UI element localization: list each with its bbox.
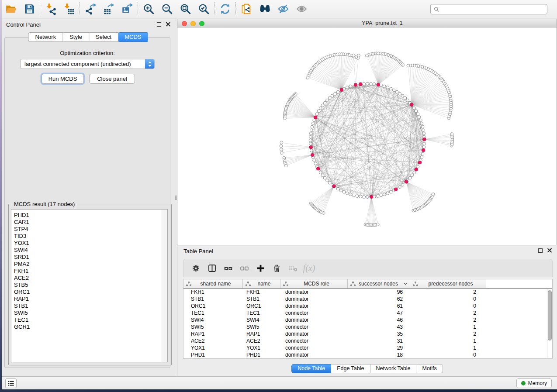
- select-all-icon[interactable]: [221, 261, 235, 275]
- tab-mcds[interactable]: MCDS: [118, 32, 148, 42]
- float-table-panel-icon[interactable]: [538, 248, 543, 253]
- cell: dominator: [280, 303, 348, 309]
- table-row[interactable]: YOX1YOX1connector291: [183, 344, 552, 351]
- delete-table-icon: [286, 261, 300, 275]
- column-header-predecessor-nodes[interactable]: predecessor nodes: [410, 279, 486, 288]
- mcds-result-node[interactable]: STB5: [11, 282, 167, 289]
- network-canvas[interactable]: [177, 28, 557, 245]
- tab-style[interactable]: Style: [63, 32, 89, 42]
- minimize-window-icon[interactable]: [190, 21, 196, 26]
- main-toolbar: [2, 0, 557, 18]
- tab-select[interactable]: Select: [89, 32, 118, 42]
- column-header-shared-name[interactable]: shared name: [183, 279, 243, 288]
- mcds-result-node[interactable]: RAP1: [11, 296, 167, 303]
- refresh-layout-icon[interactable]: [216, 0, 234, 18]
- criterion-value: largest connected component (undirected): [21, 61, 145, 67]
- network-graph: [177, 28, 557, 245]
- memory-button[interactable]: Memory: [516, 378, 552, 388]
- mcds-result-node[interactable]: YOX1: [11, 240, 167, 247]
- split-columns-icon[interactable]: [205, 261, 219, 275]
- cell: FKH1: [243, 289, 280, 295]
- criterion-dropdown[interactable]: largest connected component (undirected): [20, 59, 155, 69]
- mcds-result-node[interactable]: ACE2: [11, 275, 167, 282]
- zoom-fit-icon[interactable]: [176, 0, 194, 18]
- search-input[interactable]: [430, 4, 547, 14]
- delete-column-icon[interactable]: [270, 261, 284, 275]
- result-list-scrollbar[interactable]: [162, 210, 167, 362]
- mcds-result-node[interactable]: PHD1: [11, 212, 167, 219]
- cell: 61: [348, 303, 410, 309]
- table-panel: Table Panel f(x) shared namenameMCDS rol…: [177, 245, 557, 376]
- mcds-result-node[interactable]: SRD1: [11, 254, 167, 261]
- table-row[interactable]: PHD1PHD1dominator180: [183, 351, 552, 358]
- splitter-handle[interactable]: [175, 196, 177, 200]
- mcds-result-node[interactable]: STB1: [11, 303, 167, 309]
- cell: 0: [410, 296, 486, 302]
- tab-edge-table[interactable]: Edge Table: [331, 364, 370, 373]
- table-row[interactable]: SWI5SWI5connector431: [183, 323, 552, 330]
- import-network-icon[interactable]: [42, 0, 60, 18]
- table-row[interactable]: RAP1RAP1dominator352: [183, 330, 552, 337]
- import-table-icon[interactable]: [60, 0, 78, 18]
- memory-label: Memory: [528, 380, 547, 386]
- close-window-icon[interactable]: [182, 21, 187, 26]
- open-file-icon[interactable]: [2, 0, 20, 18]
- share-document-icon[interactable]: [237, 0, 256, 18]
- table-row[interactable]: SWI4SWI4dominator462: [183, 316, 552, 323]
- cell: 2: [410, 310, 486, 316]
- column-header-MCDS-role[interactable]: MCDS role: [280, 279, 348, 288]
- mcds-result-node[interactable]: GCR1: [11, 323, 167, 330]
- table-row[interactable]: TEC1TEC1connector472: [183, 309, 552, 316]
- mcds-result-node[interactable]: PMA2: [11, 261, 167, 268]
- tab-network-table[interactable]: Network Table: [370, 364, 417, 373]
- mcds-result-node[interactable]: SWI5: [11, 309, 167, 316]
- tab-network[interactable]: Network: [28, 32, 63, 42]
- close-panel-icon[interactable]: [166, 22, 170, 27]
- column-header-name[interactable]: name: [243, 279, 280, 288]
- gear-icon[interactable]: [189, 261, 203, 275]
- cell: SWI4: [183, 317, 243, 323]
- mcds-result-node[interactable]: FKH1: [11, 268, 167, 275]
- mcds-result-node[interactable]: STP4: [11, 226, 167, 233]
- cell: connector: [280, 324, 348, 330]
- cell: 1: [410, 345, 486, 351]
- float-panel-icon[interactable]: [157, 22, 161, 27]
- mcds-result-node[interactable]: CAR1: [11, 219, 167, 226]
- save-session-icon[interactable]: [20, 0, 38, 18]
- cell: 1: [410, 338, 486, 344]
- table-row[interactable]: FKH1FKH1dominator962: [183, 289, 552, 296]
- table-row[interactable]: STB1STB1dominator620: [183, 296, 552, 303]
- maximize-window-icon[interactable]: [199, 21, 204, 26]
- tab-node-table[interactable]: Node Table: [291, 364, 331, 373]
- cell: RAP1: [243, 331, 280, 337]
- add-column-icon[interactable]: [253, 261, 268, 275]
- zoom-out-icon[interactable]: [158, 0, 176, 18]
- table-scrollbar[interactable]: [547, 289, 552, 358]
- zoom-selected-icon[interactable]: [194, 0, 213, 18]
- table-row[interactable]: ORC1ORC1dominator610: [183, 303, 552, 309]
- run-mcds-button[interactable]: Run MCDS: [42, 74, 84, 84]
- tab-motifs[interactable]: Motifs: [416, 364, 443, 373]
- toolbar-divider: [40, 2, 40, 16]
- close-table-panel-icon[interactable]: [547, 248, 552, 253]
- cell: 46: [348, 317, 410, 323]
- export-image-icon[interactable]: [118, 0, 136, 18]
- network-window-titlebar[interactable]: YPA_prune.txt_1: [177, 19, 557, 28]
- deselect-all-icon[interactable]: [237, 261, 252, 275]
- table-scrollbar-thumb[interactable]: [548, 290, 552, 340]
- mcds-result-node[interactable]: TID3: [11, 233, 167, 240]
- hide-graphics-details-icon[interactable]: [274, 0, 292, 18]
- mcds-result-node[interactable]: ORC1: [11, 289, 167, 296]
- column-header-successor-nodes[interactable]: successor nodes: [348, 279, 410, 288]
- table-row[interactable]: ACE2ACE2connector311: [183, 337, 552, 344]
- mcds-result-node[interactable]: SWI4: [11, 247, 167, 254]
- mcds-result-node[interactable]: TEC1: [11, 316, 167, 323]
- search-network-icon[interactable]: [256, 0, 274, 18]
- export-table-icon[interactable]: [100, 0, 118, 18]
- zoom-in-icon[interactable]: [139, 0, 158, 18]
- close-panel-button[interactable]: Close panel: [89, 74, 135, 84]
- show-panels-button[interactable]: [5, 378, 17, 388]
- export-network-icon[interactable]: [81, 0, 100, 18]
- mcds-result-group: MCDS result (17 nodes) PHD1CAR1STP4TID3Y…: [8, 204, 172, 365]
- cell: TEC1: [183, 310, 243, 316]
